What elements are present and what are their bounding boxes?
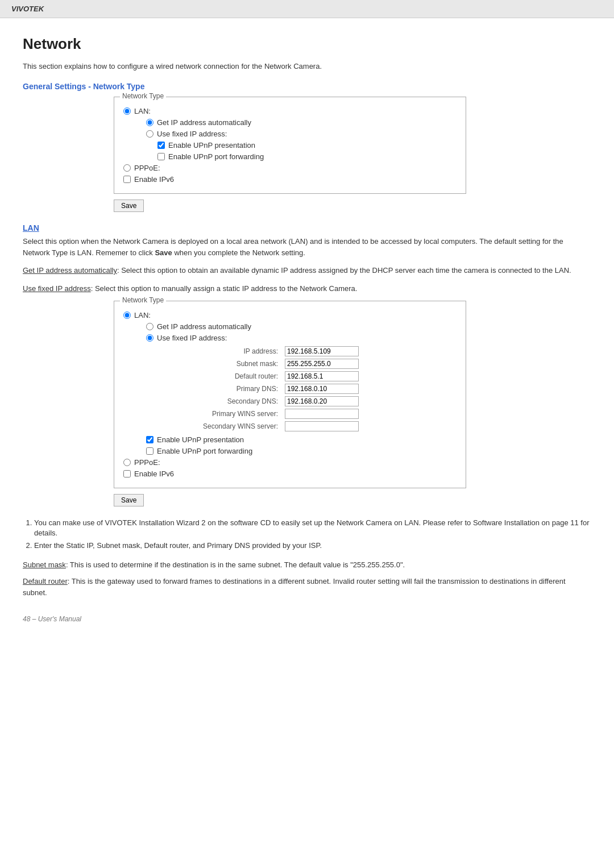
use-fixed-ip-label: Use fixed IP address: — [157, 130, 227, 138]
pppoe-radio[interactable] — [123, 164, 131, 172]
get-ip-auto-label: Get IP address automatically — [157, 118, 251, 127]
box2-use-fixed-ip-label: Use fixed IP address: — [157, 334, 227, 342]
use-fixed-ip-row[interactable]: Use fixed IP address: — [146, 130, 457, 138]
lan-radio[interactable] — [123, 107, 131, 115]
box2-lan-radio[interactable] — [123, 312, 131, 319]
enable-upnp-pres-checkbox[interactable] — [157, 142, 165, 149]
default-router-note: Default router: This is the gateway used… — [23, 576, 591, 598]
note-1: You can make use of VIVOTEK Installation… — [34, 518, 591, 538]
get-ip-auto-radio[interactable] — [146, 119, 154, 126]
numbered-notes: You can make use of VIVOTEK Installation… — [34, 518, 591, 551]
enable-ipv6-label: Enable IPv6 — [134, 175, 174, 184]
box2-get-ip-auto-row[interactable]: Get IP address automatically — [146, 322, 457, 331]
enable-upnp-pres-label: Enable UPnP presentation — [168, 141, 255, 149]
primary-dns-row: Primary DNS: — [192, 383, 361, 395]
box2-get-ip-auto-label: Get IP address automatically — [157, 322, 251, 331]
ip-field-table: IP address: Subnet mask: Default router:… — [192, 345, 457, 433]
subnet-mask-input[interactable] — [285, 359, 359, 369]
subnet-mask-link: Subnet mask — [23, 560, 66, 569]
subnet-mask-note: Subnet mask: This is used to determine i… — [23, 559, 591, 571]
secondary-dns-input[interactable] — [285, 396, 359, 406]
use-fixed-desc-para: Use fixed IP address: Select this option… — [23, 283, 591, 294]
enable-upnp-pres-row[interactable]: Enable UPnP presentation — [157, 141, 457, 149]
primary-dns-input[interactable] — [285, 384, 359, 394]
box2-pppoe-radio[interactable] — [123, 459, 131, 466]
note-2: Enter the Static IP, Subnet mask, Defaul… — [34, 541, 591, 551]
primary-dns-label: Primary DNS: — [192, 383, 283, 395]
default-router-label: Default router: — [192, 370, 283, 383]
enable-upnp-fwd-row[interactable]: Enable UPnP port forwarding — [157, 152, 457, 161]
box2-get-ip-auto-radio[interactable] — [146, 323, 154, 330]
box2-enable-upnp-fwd-row[interactable]: Enable UPnP port forwarding — [146, 447, 457, 455]
box2-pppoe-radio-row[interactable]: PPPoE: — [123, 458, 457, 467]
brand-label: VIVOTEK — [11, 5, 44, 13]
box2-enable-upnp-pres-row[interactable]: Enable UPnP presentation — [146, 435, 457, 444]
default-router-row: Default router: — [192, 370, 361, 383]
enable-ipv6-row[interactable]: Enable IPv6 — [123, 175, 457, 184]
box2-use-fixed-ip-row[interactable]: Use fixed IP address: — [146, 334, 457, 342]
subnet-mask-desc: : This is used to determine if the desti… — [66, 560, 405, 569]
page-footer: 48 – User's Manual — [23, 615, 591, 623]
primary-wins-row: Primary WINS server: — [192, 408, 361, 420]
lan-label: LAN: — [134, 107, 151, 115]
box2-title: Network Type — [120, 296, 166, 304]
subnet-mask-label: Subnet mask: — [192, 358, 283, 370]
primary-wins-label: Primary WINS server: — [192, 408, 283, 420]
header-bar: VIVOTEK — [0, 0, 614, 18]
general-settings-heading: General Settings - Network Type — [23, 82, 591, 91]
secondary-dns-row: Secondary DNS: — [192, 395, 361, 408]
get-ip-desc: : Select this option to obtain an availa… — [117, 266, 571, 275]
save-button-2[interactable]: Save — [114, 494, 144, 506]
use-fixed-desc: : Select this option to manually assign … — [91, 284, 358, 293]
box2-enable-upnp-pres-checkbox[interactable] — [146, 436, 154, 443]
default-router-input[interactable] — [285, 371, 359, 381]
box2-lan-label: LAN: — [134, 311, 151, 319]
box2-lan-radio-row[interactable]: LAN: — [123, 311, 457, 319]
default-router-link: Default router — [23, 577, 68, 585]
box2-enable-upnp-fwd-label: Enable UPnP port forwarding — [157, 447, 252, 455]
use-fixed-ip-radio[interactable] — [146, 130, 154, 138]
ip-address-row: IP address: — [192, 345, 361, 358]
lan-radio-row[interactable]: LAN: — [123, 107, 457, 115]
lan-paragraph: Select this option when the Network Came… — [23, 236, 591, 258]
get-ip-auto-row[interactable]: Get IP address automatically — [146, 118, 457, 127]
secondary-dns-label: Secondary DNS: — [192, 395, 283, 408]
pppoe-radio-row[interactable]: PPPoE: — [123, 164, 457, 172]
enable-upnp-fwd-checkbox[interactable] — [157, 153, 165, 160]
ip-address-label: IP address: — [192, 345, 283, 358]
network-type-box-1: Network Type LAN: Get IP address automat… — [114, 97, 466, 194]
ip-fields: IP address: Subnet mask: Default router:… — [192, 345, 361, 433]
secondary-wins-label: Secondary WINS server: — [192, 420, 283, 433]
use-fixed-link: Use fixed IP address — [23, 284, 91, 293]
main-content: Network This section explains how to con… — [0, 18, 614, 640]
ip-address-input[interactable] — [285, 346, 359, 356]
secondary-wins-row: Secondary WINS server: — [192, 420, 361, 433]
box1-title: Network Type — [120, 92, 166, 100]
enable-ipv6-checkbox[interactable] — [123, 176, 131, 183]
box2-enable-upnp-pres-label: Enable UPnP presentation — [157, 435, 244, 444]
save-bold: Save — [155, 248, 172, 257]
box2-enable-upnp-fwd-checkbox[interactable] — [146, 447, 154, 455]
box2-use-fixed-ip-radio[interactable] — [146, 334, 154, 342]
pppoe-label: PPPoE: — [134, 164, 160, 172]
page-title: Network — [23, 35, 591, 53]
enable-upnp-fwd-label: Enable UPnP port forwarding — [168, 152, 264, 161]
get-ip-desc-para: Get IP address automatically: Select thi… — [23, 265, 591, 276]
box2-enable-ipv6-label: Enable IPv6 — [134, 470, 174, 478]
box2-pppoe-label: PPPoE: — [134, 458, 160, 467]
get-ip-link: Get IP address automatically — [23, 266, 117, 275]
save-button-1[interactable]: Save — [114, 200, 144, 212]
default-router-desc: : This is the gateway used to forward fr… — [23, 577, 566, 597]
box2-enable-ipv6-checkbox[interactable] — [123, 470, 131, 477]
network-type-box-2: Network Type LAN: Get IP address automat… — [114, 301, 466, 488]
box2-enable-ipv6-row[interactable]: Enable IPv6 — [123, 470, 457, 478]
primary-wins-input[interactable] — [285, 409, 359, 419]
subnet-mask-row: Subnet mask: — [192, 358, 361, 370]
intro-text: This section explains how to configure a… — [23, 62, 591, 70]
secondary-wins-input[interactable] — [285, 421, 359, 431]
lan-heading: LAN — [23, 223, 591, 232]
